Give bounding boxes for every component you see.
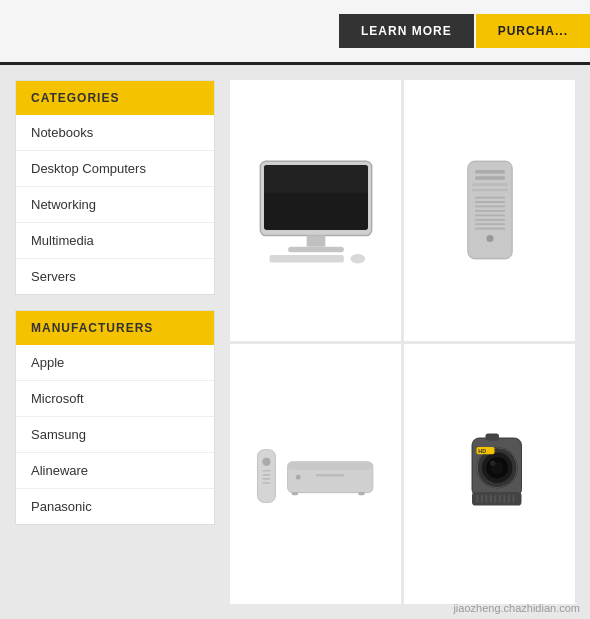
svg-point-23 (262, 458, 270, 466)
svg-rect-12 (472, 189, 508, 192)
sidebar-item-networking[interactable]: Networking (16, 187, 214, 223)
svg-rect-32 (291, 492, 298, 495)
svg-rect-19 (474, 224, 504, 226)
sidebar-item-desktop-computers[interactable]: Desktop Computers (16, 151, 214, 187)
svg-rect-33 (358, 492, 365, 495)
svg-rect-52 (508, 494, 510, 502)
svg-rect-14 (474, 201, 504, 203)
svg-rect-18 (474, 219, 504, 221)
svg-rect-41 (485, 433, 499, 440)
sidebar-item-panasonic[interactable]: Panasonic (16, 489, 214, 524)
main-content: CATEGORIES Notebooks Desktop Computers N… (0, 65, 590, 619)
svg-rect-27 (262, 482, 270, 484)
product-grid: HD (230, 80, 575, 604)
svg-point-21 (486, 235, 493, 242)
svg-rect-9 (474, 170, 504, 174)
svg-rect-10 (474, 176, 504, 180)
svg-rect-51 (503, 494, 505, 502)
top-bar: LEARN MORE PURCHA... (0, 0, 590, 65)
svg-rect-2 (264, 165, 368, 193)
svg-rect-4 (306, 236, 325, 247)
svg-point-39 (490, 460, 495, 465)
sidebar-item-multimedia[interactable]: Multimedia (16, 223, 214, 259)
svg-rect-45 (476, 494, 478, 502)
product-imac[interactable] (230, 80, 401, 341)
svg-rect-46 (481, 494, 483, 502)
manufacturers-header: MANUFACTURERS (16, 311, 214, 345)
product-macmini[interactable] (230, 344, 401, 605)
svg-rect-16 (474, 210, 504, 212)
svg-rect-25 (262, 474, 270, 476)
product-macpro[interactable] (404, 80, 575, 341)
purchase-button[interactable]: PURCHA... (476, 14, 590, 48)
sidebar: CATEGORIES Notebooks Desktop Computers N… (15, 80, 215, 604)
svg-rect-48 (490, 494, 492, 502)
svg-rect-47 (485, 494, 487, 502)
learn-more-button[interactable]: LEARN MORE (339, 14, 474, 48)
categories-section: CATEGORIES Notebooks Desktop Computers N… (15, 80, 215, 295)
svg-rect-30 (316, 474, 344, 476)
svg-text:HD: HD (478, 448, 486, 454)
svg-point-29 (295, 475, 300, 480)
sidebar-item-apple[interactable]: Apple (16, 345, 214, 381)
svg-rect-49 (494, 494, 496, 502)
sidebar-item-servers[interactable]: Servers (16, 259, 214, 294)
svg-rect-22 (257, 449, 275, 502)
svg-rect-53 (512, 494, 514, 502)
sidebar-item-notebooks[interactable]: Notebooks (16, 115, 214, 151)
sidebar-item-samsung[interactable]: Samsung (16, 417, 214, 453)
svg-rect-17 (474, 215, 504, 217)
manufacturers-section: MANUFACTURERS Apple Microsoft Samsung Al… (15, 310, 215, 525)
sidebar-item-alineware[interactable]: Alineware (16, 453, 214, 489)
svg-rect-5 (288, 247, 344, 253)
svg-rect-20 (474, 228, 504, 230)
categories-header: CATEGORIES (16, 81, 214, 115)
watermark: jiaozheng.chazhidian.com (453, 602, 580, 614)
svg-rect-31 (287, 462, 372, 470)
svg-rect-50 (499, 494, 501, 502)
svg-rect-24 (262, 470, 270, 472)
product-camera[interactable]: HD (404, 344, 575, 605)
svg-rect-11 (472, 184, 508, 187)
svg-rect-6 (269, 255, 343, 262)
svg-rect-13 (474, 197, 504, 199)
svg-rect-15 (474, 206, 504, 208)
svg-point-7 (350, 254, 365, 263)
svg-rect-26 (262, 478, 270, 480)
sidebar-item-microsoft[interactable]: Microsoft (16, 381, 214, 417)
